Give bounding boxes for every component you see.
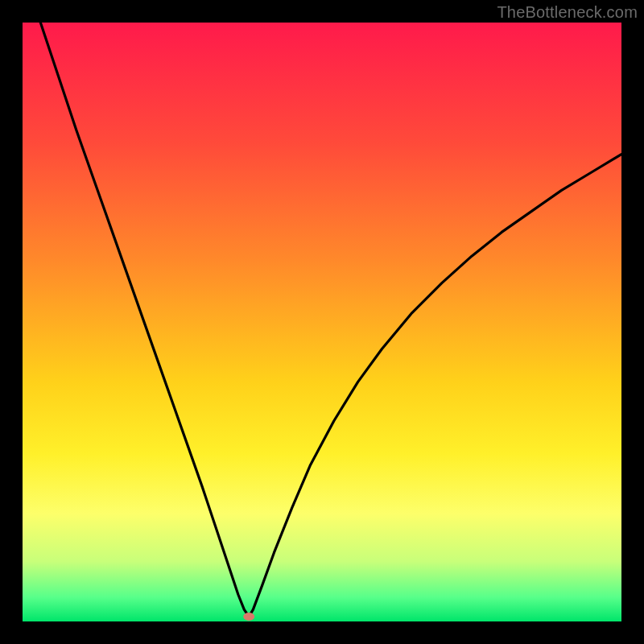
bottleneck-chart (23, 23, 621, 621)
minimum-marker (243, 613, 254, 621)
watermark-text: TheBottleneck.com (497, 3, 638, 22)
chart-frame (23, 23, 621, 621)
gradient-background (23, 23, 621, 621)
